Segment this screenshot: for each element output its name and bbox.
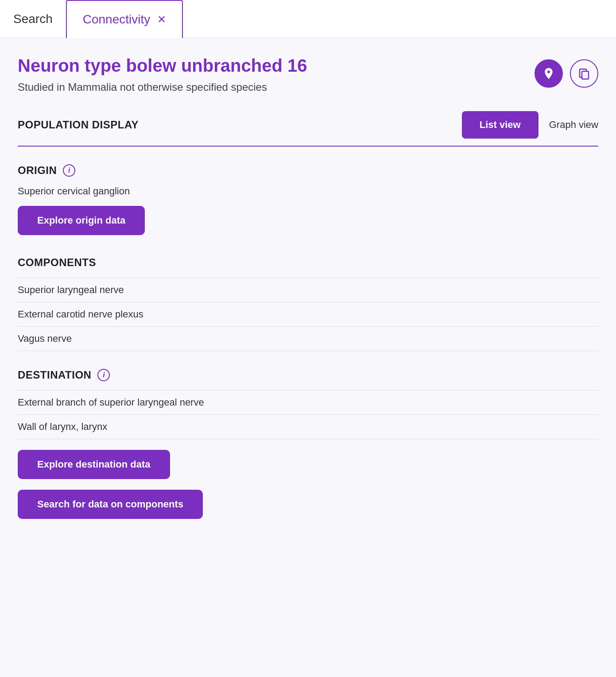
header-icons [535,59,598,88]
tab-search[interactable]: Search [9,0,66,38]
component-list: Superior laryngeal nerveExternal carotid… [18,278,598,351]
explore-origin-button[interactable]: Explore origin data [18,206,145,235]
search-tab-label: Search [13,12,53,26]
main-content: Neuron type bolew unbranched 16 Studied … [0,38,616,677]
tab-bar: Search Connectivity ✕ [0,0,616,38]
close-icon[interactable]: ✕ [157,13,166,26]
population-display-section: POPULATION DISPLAY List view Graph view [18,111,598,147]
destination-section-header: DESTINATION i [18,369,598,381]
list-item: Wall of larynx, larynx [18,415,598,439]
explore-destination-button[interactable]: Explore destination data [18,450,170,479]
header-section: Neuron type bolew unbranched 16 Studied … [18,56,598,93]
neuron-subtitle: Studied in Mammalia not otherwise specif… [18,81,307,93]
view-buttons: List view Graph view [462,111,598,139]
origin-info-icon[interactable]: i [63,164,75,177]
origin-section: ORIGIN i Superior cervical ganglion Expl… [18,164,598,239]
connectivity-tab-label: Connectivity [83,12,151,27]
page-title: Neuron type bolew unbranched 16 [18,56,307,76]
destination-section: DESTINATION i External branch of superio… [18,369,598,519]
destination-label: DESTINATION [18,369,91,381]
origin-value: Superior cervical ganglion [18,186,598,197]
population-display-header: POPULATION DISPLAY List view Graph view [18,111,598,147]
list-item: External branch of superior laryngeal ne… [18,390,598,415]
copy-button[interactable] [570,59,598,88]
search-components-button[interactable]: Search for data on components [18,490,203,519]
components-label: COMPONENTS [18,256,96,269]
header-left: Neuron type bolew unbranched 16 Studied … [18,56,307,93]
svg-rect-0 [582,71,589,79]
list-item: External carotid nerve plexus [18,302,598,327]
destination-list: External branch of superior laryngeal ne… [18,390,598,439]
origin-section-header: ORIGIN i [18,164,598,177]
population-display-label: POPULATION DISPLAY [18,119,139,131]
list-item: Superior laryngeal nerve [18,278,598,302]
origin-label: ORIGIN [18,164,57,177]
list-item: Vagus nerve [18,327,598,351]
destination-info-icon[interactable]: i [97,369,110,381]
components-section-header: COMPONENTS [18,256,598,269]
list-view-button[interactable]: List view [462,111,539,139]
components-section: COMPONENTS Superior laryngeal nerveExter… [18,256,598,351]
tab-connectivity[interactable]: Connectivity ✕ [66,0,183,38]
location-icon [542,67,555,80]
copy-icon [577,67,591,80]
location-button[interactable] [535,59,563,88]
graph-view-button[interactable]: Graph view [549,119,598,131]
